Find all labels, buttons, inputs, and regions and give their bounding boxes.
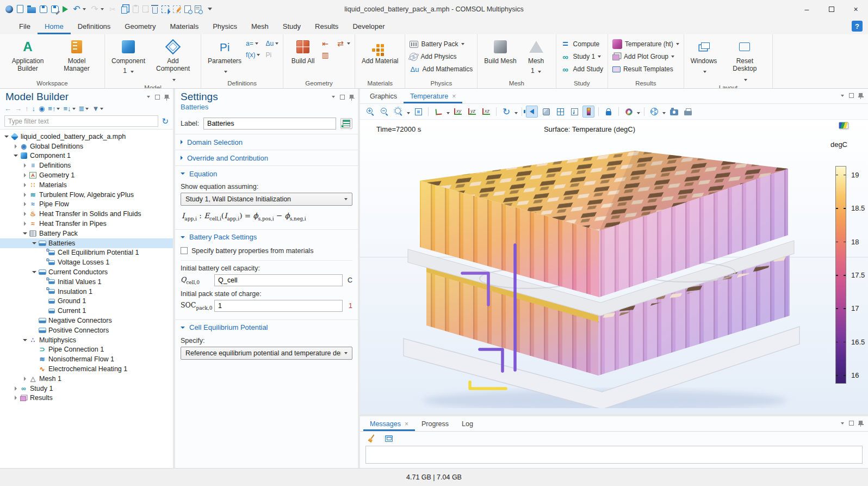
dropdown-chevron-icon[interactable] <box>514 108 518 116</box>
tree-item-current-conductors[interactable]: Current Conductors <box>0 267 173 277</box>
cell-eq-specify-dropdown[interactable]: Reference equilibrium potential and temp… <box>181 347 352 360</box>
tree-item-battery-pack[interactable]: Battery Pack <box>0 229 173 238</box>
specify-from-materials-checkbox[interactable] <box>181 247 188 254</box>
tree-item-initial-values-1[interactable]: DInitial Values 1 <box>0 277 173 287</box>
run-icon[interactable] <box>63 6 68 13</box>
tree-item-results[interactable]: Results <box>0 393 173 403</box>
tree-item-definitions[interactable]: ≡Definitions <box>0 161 173 170</box>
equation-assuming-dropdown[interactable]: Study 1, Wall Distance Initialization <box>181 193 352 206</box>
tree-item-pipe-connection-1[interactable]: ⊃Pipe Connection 1 <box>0 345 173 355</box>
redo-icon[interactable] <box>90 4 104 14</box>
view-xy-icon[interactable]: xy <box>452 106 464 118</box>
add-mathematics-button[interactable]: ΔuAdd Mathematics <box>410 64 473 75</box>
tree-item-positive-connectors[interactable]: Positive Connectors <box>0 325 173 335</box>
help-button[interactable]: ? <box>852 21 863 32</box>
label-options-icon[interactable] <box>340 118 352 129</box>
expander-closed-icon[interactable] <box>22 202 28 206</box>
component-button[interactable]: Component1 <box>109 38 147 76</box>
print-icon[interactable] <box>682 106 694 118</box>
expander-open-icon[interactable] <box>13 155 19 157</box>
expander-closed-icon[interactable] <box>22 377 28 381</box>
add-study-button[interactable]: ∞Add Study <box>561 64 603 75</box>
back-icon[interactable]: ← <box>4 104 11 113</box>
refresh-icon[interactable]: ↻ <box>162 116 169 126</box>
move-up-icon[interactable]: ↑ <box>25 104 29 113</box>
dropdown-chevron-icon[interactable] <box>407 108 410 116</box>
insert-sequence-icon[interactable] <box>320 39 330 48</box>
section-battery-pack-header[interactable]: Battery Pack Settings <box>175 230 358 245</box>
mesh-button[interactable]: Mesh1 <box>521 38 551 76</box>
paste-icon[interactable] <box>133 5 139 13</box>
node-group-icon[interactable]: ≣ <box>79 104 89 113</box>
close-tab-icon[interactable]: × <box>452 93 456 100</box>
filter-icon[interactable]: ▼ <box>92 104 103 113</box>
expander-open-icon[interactable] <box>31 242 38 244</box>
save-icon[interactable] <box>40 5 47 13</box>
open-file-icon[interactable] <box>27 5 36 13</box>
clear-messages-icon[interactable] <box>365 433 377 445</box>
tree-item-global-definitions[interactable]: ◉Global Definitions <box>0 142 173 151</box>
snapshot-icon[interactable] <box>668 106 680 118</box>
axis-orientation-icon[interactable] <box>568 106 580 118</box>
parameter-case-icon[interactable]: Pi <box>265 50 278 60</box>
expander-closed-icon[interactable] <box>22 193 28 197</box>
nonlocal-couplings-icon[interactable]: Δu <box>265 39 278 48</box>
menu-tab-mesh[interactable]: Mesh <box>244 18 276 34</box>
build-all-button[interactable]: Build All <box>288 38 318 66</box>
close-button[interactable]: × <box>844 0 868 18</box>
reset-desktop-button[interactable]: Reset Desktop <box>721 38 768 84</box>
geometry-parts-icon[interactable] <box>320 50 330 60</box>
tree-item-pipe-flow[interactable]: ≈Pipe Flow <box>0 200 173 210</box>
transparency-icon[interactable] <box>526 106 538 118</box>
section-domain-selection[interactable]: Domain Selection <box>175 134 358 150</box>
parameters-button[interactable]: PiParameters <box>206 38 244 76</box>
messages-tab-messages[interactable]: Messages× <box>363 416 415 431</box>
maximize-button[interactable] <box>819 0 844 18</box>
minimize-button[interactable]: – <box>795 0 819 18</box>
grid-icon[interactable] <box>554 106 566 118</box>
menu-tab-geometry[interactable]: Geometry <box>117 18 163 34</box>
expander-closed-icon[interactable] <box>22 222 28 226</box>
model-manager-button[interactable]: Model Manager <box>53 38 100 74</box>
toolbar-overflow-icon[interactable] <box>205 4 215 14</box>
expander-closed-icon[interactable] <box>13 396 19 400</box>
environment-icon[interactable] <box>648 106 660 118</box>
functions-icon[interactable]: f(x) <box>246 50 260 60</box>
collapse-all-icon[interactable]: ≡↓ <box>63 104 75 113</box>
pin-panel-icon[interactable] <box>859 421 863 424</box>
tree-item-batteries[interactable]: Batteries <box>0 238 173 248</box>
expander-open-icon[interactable] <box>22 232 28 235</box>
tree-item-insulation-1[interactable]: DInsulation 1 <box>0 287 173 297</box>
tree-item-voltage-losses-1[interactable]: DVoltage Losses 1 <box>0 257 173 267</box>
find-results-icon[interactable] <box>195 5 201 13</box>
pin-panel-icon[interactable] <box>350 95 354 98</box>
tree-item-negative-connectors[interactable]: Negative Connectors <box>0 316 173 325</box>
tree-item-heat-transfer-in-pipes[interactable]: ≈Heat Transfer in Pipes <box>0 219 173 229</box>
tree-item-current-1[interactable]: Current 1 <box>0 306 173 316</box>
add-component-button[interactable]: Add Component <box>150 38 196 84</box>
move-down-icon[interactable]: ↓ <box>32 104 36 113</box>
messages-tab-log[interactable]: Log <box>455 416 480 431</box>
temperature-ht--button[interactable]: Temperature (ht) <box>612 39 679 50</box>
float-panel-icon[interactable] <box>155 95 160 100</box>
scene-light-icon[interactable] <box>540 106 552 118</box>
capacity-input[interactable] <box>214 274 343 286</box>
show-icon[interactable]: ◉ <box>39 104 45 113</box>
view-xz-icon[interactable]: xz <box>480 106 492 118</box>
application-builder-button[interactable]: AApplication Builder <box>4 38 51 74</box>
find-icon[interactable] <box>184 5 191 13</box>
study-1-button[interactable]: ∞Study 1 <box>561 51 603 62</box>
view-yz-icon[interactable]: yz <box>466 106 478 118</box>
build-mesh-button[interactable]: Build Mesh <box>482 38 518 66</box>
menu-tab-physics[interactable]: Physics <box>206 18 244 34</box>
result-templates-button[interactable]: Result Templates <box>612 64 679 75</box>
tree-item-heat-transfer-in-solids-and-fluids[interactable]: ♨Heat Transfer in Solids and Fluids <box>0 209 173 219</box>
section-equation-header[interactable]: Equation <box>175 166 358 181</box>
menu-tab-results[interactable]: Results <box>308 18 345 34</box>
windows-button[interactable]: Windows <box>689 38 720 76</box>
tree-item-materials[interactable]: ∷Materials <box>0 180 173 190</box>
close-tab-icon[interactable]: × <box>405 420 408 428</box>
tree-item-nonisothermal-flow-1[interactable]: ≋Nonisothermal Flow 1 <box>0 354 173 364</box>
new-file-icon[interactable] <box>17 5 23 13</box>
expander-closed-icon[interactable] <box>22 163 28 168</box>
